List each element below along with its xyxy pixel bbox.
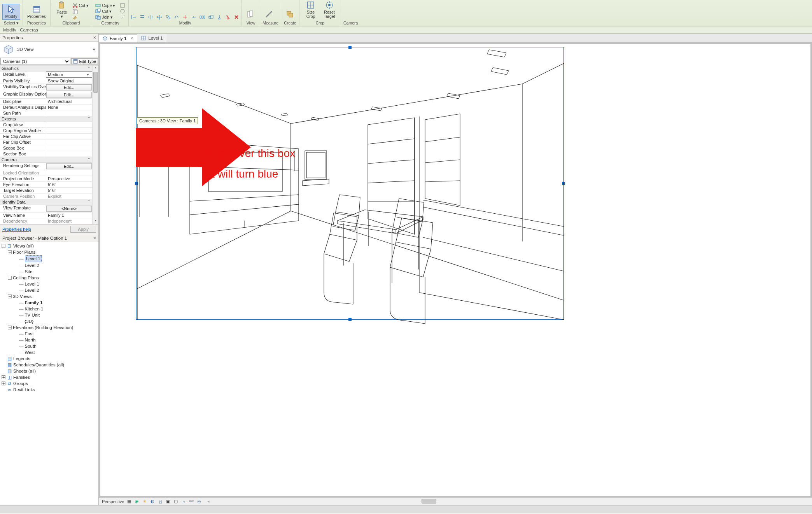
prop-row[interactable]: Default Analysis Display StyleNone [0, 105, 92, 110]
tree-node[interactable]: —Level 1 [0, 281, 98, 287]
trim-icon[interactable] [182, 14, 188, 20]
prop-row[interactable]: Far Clip Active [0, 134, 92, 139]
prop-value[interactable] [46, 128, 92, 133]
prop-value[interactable]: Perspective [46, 176, 92, 181]
rotate-icon[interactable] [174, 14, 179, 20]
tree-node[interactable]: +◫Families [0, 374, 98, 380]
apply-button[interactable]: Apply [70, 226, 96, 233]
prop-value[interactable]: None [46, 105, 92, 110]
prop-value[interactable] [46, 122, 92, 127]
tree-twisty[interactable]: − [8, 276, 12, 280]
tree-node[interactable]: −3D Views [0, 293, 98, 300]
tree-twisty[interactable]: + [2, 375, 5, 379]
tree-twisty[interactable]: − [2, 244, 5, 248]
prop-value[interactable]: Family 1 [46, 213, 92, 218]
tree-node[interactable]: −Floor Plans [0, 249, 98, 255]
rendering-icon[interactable]: ⌼ [158, 499, 163, 504]
prop-row[interactable]: Eye Elevation5' 6" [0, 182, 92, 188]
prop-value[interactable]: 5' 6" [46, 188, 92, 193]
prop-row[interactable]: View NameFamily 1 [0, 213, 92, 218]
tree-node[interactable]: −Elevations (Building Elevation) [0, 324, 98, 331]
sun-path-icon[interactable]: ☀ [142, 499, 147, 504]
prop-group[interactable]: Graphics⌃ [0, 66, 92, 71]
type-selector[interactable]: 3D View ▾ [0, 42, 98, 57]
prop-value[interactable] [46, 110, 92, 116]
tree-node[interactable]: —Level 2 [0, 262, 98, 268]
prop-row[interactable]: Locked Orientation [0, 170, 92, 176]
prop-row[interactable]: Projection ModePerspective [0, 176, 92, 182]
tree-node[interactable]: —East [0, 331, 98, 337]
unlock-3d-icon[interactable]: ⌂ [181, 499, 186, 504]
tree-node[interactable]: ▥Sheets (all) [0, 368, 98, 374]
tree-node[interactable]: +⧉Groups [0, 380, 98, 387]
view-button[interactable] [244, 9, 257, 20]
prop-value[interactable]: Edit... [46, 163, 92, 169]
close-icon[interactable]: × [130, 36, 133, 41]
tree-node[interactable]: −Ceiling Plans [0, 275, 98, 281]
prop-value[interactable] [46, 139, 92, 145]
prop-value[interactable]: Explicit [46, 193, 92, 199]
prop-value[interactable]: Medium▼ [46, 71, 92, 78]
measure-button[interactable] [262, 9, 276, 20]
prop-row[interactable]: Parts VisibilityShow Original [0, 78, 92, 84]
mirror-icon[interactable] [148, 14, 154, 20]
properties-title-bar[interactable]: Properties × [0, 34, 98, 42]
paste-button[interactable]: Paste▾ [53, 0, 71, 20]
prop-row[interactable]: Crop Region Visible [0, 128, 92, 134]
temp-hide-icon[interactable]: 👓 [189, 499, 194, 504]
tree-node[interactable]: ∞Revit Links [0, 387, 98, 393]
prop-row[interactable]: Target Elevation5' 6" [0, 188, 92, 193]
cope-button[interactable]: Cope ▾ [94, 3, 116, 8]
project-browser[interactable]: −⊡Views (all)−Floor Plans—Level 1—Level … [0, 242, 98, 505]
geom-b3[interactable] [119, 14, 126, 20]
prop-row[interactable]: DependencyIndependent [0, 218, 92, 224]
crop-visible-icon[interactable]: ▢ [173, 499, 178, 504]
prop-row[interactable]: Graphic Display OptionsEdit... [0, 91, 92, 99]
tree-node[interactable]: —Level 2 [0, 287, 98, 293]
crop-view-icon[interactable]: ▣ [165, 499, 171, 504]
geom-b1[interactable] [119, 3, 126, 8]
tree-twisty[interactable]: − [8, 294, 12, 298]
prop-row[interactable]: Far Clip Offset [0, 139, 92, 145]
tree-node[interactable]: —TV Unit [0, 312, 98, 318]
view-tab[interactable]: Family 1× [99, 34, 137, 42]
unpin-icon[interactable] [225, 14, 231, 20]
close-icon[interactable]: × [93, 235, 96, 241]
tree-node[interactable]: −⊡Views (all) [0, 243, 98, 249]
prop-value[interactable]: Architectural [46, 99, 92, 104]
shadows-icon[interactable]: ◐ [150, 499, 155, 504]
tree-node[interactable]: —Site [0, 268, 98, 275]
prop-group[interactable]: Extents⌃ [0, 116, 92, 122]
modify-button[interactable]: Modify [2, 4, 20, 20]
tree-node[interactable]: —North [0, 337, 98, 343]
geom-b2[interactable] [119, 9, 126, 14]
detail-level-icon[interactable]: ▦ [126, 499, 132, 504]
tree-twisty[interactable]: − [8, 250, 12, 254]
prop-value[interactable]: Edit... [46, 92, 92, 98]
visual-style-icon[interactable]: ◉ [134, 499, 140, 504]
prop-row[interactable]: Section Box [0, 151, 92, 157]
tree-node[interactable]: ▦Schedules/Quantities (all) [0, 362, 98, 368]
canvas[interactable]: Cameras : 3D View : Family 1 click over … [100, 44, 810, 496]
tree-node[interactable]: —Kitchen 1 [0, 306, 98, 312]
create-button[interactable] [284, 9, 297, 20]
prop-row[interactable]: Camera PositionExplicit [0, 193, 92, 199]
tree-node[interactable]: —{3D} [0, 318, 98, 324]
properties-button[interactable]: Properties [25, 4, 48, 20]
tree-node[interactable]: —South [0, 343, 98, 349]
prop-value[interactable] [46, 134, 92, 139]
scale-icon[interactable] [208, 14, 214, 20]
matchtype-button[interactable] [72, 14, 89, 20]
view-tab[interactable]: Level 1 [137, 34, 167, 42]
tree-node[interactable]: —West [0, 349, 98, 355]
prop-value[interactable] [46, 145, 92, 151]
tree-node[interactable]: —Level 1 [0, 255, 98, 262]
prop-row[interactable]: Scope Box [0, 145, 92, 151]
prop-value[interactable] [46, 170, 92, 176]
instance-selector[interactable]: Cameras (1) [0, 58, 70, 65]
prop-value[interactable]: Independent [46, 218, 92, 224]
prop-value[interactable]: Edit... [46, 84, 92, 91]
delete-icon[interactable] [234, 14, 239, 20]
view-scale[interactable]: Perspective [102, 499, 124, 504]
properties-help-link[interactable]: Properties help [2, 227, 31, 232]
